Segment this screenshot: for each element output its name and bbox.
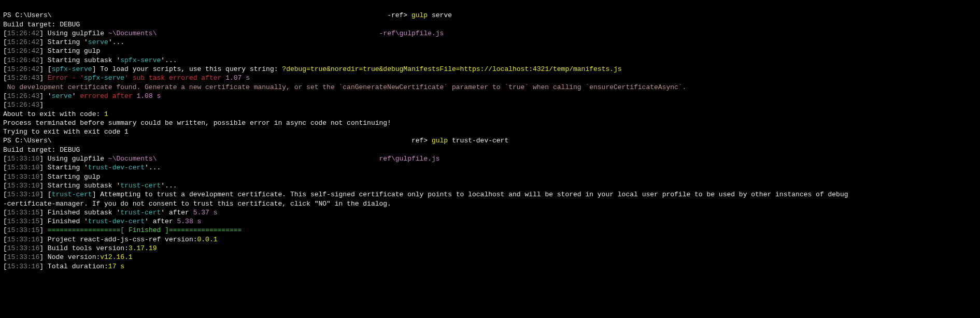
terminal-line: [15:33:10] Starting gulp	[3, 172, 977, 181]
terminal-segment: [	[3, 218, 7, 225]
terminal-segment: ] Total duration:	[39, 263, 108, 270]
terminal-segment: Build target: DEBUG	[3, 21, 80, 28]
terminal-segment: spfx-serve	[120, 56, 161, 64]
terminal-segment: [	[3, 38, 7, 46]
terminal-segment: '...	[108, 38, 124, 46]
terminal-segment: [	[3, 30, 7, 37]
terminal-segment: Finished	[129, 226, 161, 234]
terminal-line: No development certificate found. Genera…	[3, 83, 977, 92]
terminal-line: [15:33:15] Finished subtask 'trust-cert'…	[3, 208, 977, 217]
terminal-segment: ==================[	[48, 226, 129, 234]
terminal-line: [15:26:43]	[3, 100, 977, 109]
terminal-segment: -ref>	[387, 11, 411, 19]
terminal-segment: ~\Documents\	[108, 155, 157, 163]
terminal-segment: 15:26:42	[7, 56, 39, 64]
terminal-line: [15:26:42] Starting gulp	[3, 47, 977, 55]
terminal-line: [15:33:16] Node version:v12.16.1	[3, 253, 977, 262]
terminal-segment: trust-cert	[120, 209, 161, 216]
terminal-segment: -ref\gulpfile.js	[379, 30, 444, 37]
terminal-segment: 15:26:43	[7, 74, 39, 82]
terminal-segment: PS C:\Users\	[3, 137, 52, 144]
terminal-segment: 15:33:16	[7, 244, 39, 252]
terminal-line: [15:33:15] ==================[ Finished …	[3, 226, 977, 235]
terminal-segment: ' sub task errored after	[124, 74, 225, 82]
terminal-segment: trust-dev-cert	[88, 164, 145, 171]
terminal-segment	[157, 30, 379, 37]
terminal-segment: 15:33:10	[7, 164, 39, 171]
terminal-segment: 15:33:10	[7, 191, 39, 198]
terminal-segment: ] Finished '	[39, 218, 88, 225]
terminal-line: About to exit with code: 1	[3, 110, 977, 119]
terminal-line: PS C:\Users\ -ref> gulp serve	[3, 11, 977, 20]
terminal-segment: ~\Documents\	[108, 30, 157, 37]
terminal-segment: '...	[145, 164, 161, 171]
terminal-segment: gulp	[411, 11, 428, 19]
terminal-segment: 15:33:15	[7, 218, 39, 225]
terminal-segment: serve	[428, 11, 452, 19]
terminal-segment: 15:26:43	[7, 92, 39, 100]
terminal-segment: ]	[39, 226, 48, 234]
terminal-segment: 15:33:15	[7, 226, 39, 234]
terminal-segment: 17 s	[108, 263, 124, 270]
terminal-segment: 5.37 s	[193, 209, 218, 216]
terminal-segment: errored after	[80, 92, 132, 100]
terminal-segment: PS C:\Users\	[3, 11, 52, 19]
terminal-segment: ] Project react-add-js-css-ref version:	[39, 236, 197, 243]
terminal-segment: Trying to exit with exit code 1	[3, 128, 129, 136]
terminal-segment: [	[3, 92, 7, 100]
terminal-segment: trust-dev-cert	[448, 137, 508, 144]
terminal-segment: ] Starting subtask '	[39, 56, 120, 64]
terminal-segment: 1.08 s	[137, 92, 161, 100]
terminal-segment: [	[3, 244, 7, 252]
terminal-segment: [	[3, 173, 7, 181]
terminal-segment: '	[72, 92, 80, 100]
terminal-segment: 0.0.1	[197, 236, 217, 243]
terminal-segment	[52, 137, 411, 144]
terminal-segment: ]	[39, 101, 44, 109]
terminal-line: [15:33:16] Project react-add-js-css-ref …	[3, 235, 977, 244]
terminal-segment: ] Starting gulp	[39, 47, 100, 55]
terminal-segment: [	[3, 74, 7, 82]
terminal-segment: [	[3, 253, 7, 261]
terminal-segment: spfx-serve	[84, 74, 124, 82]
terminal-segment: ] Node version:	[39, 253, 100, 261]
terminal-segment: 15:33:16	[7, 263, 39, 270]
terminal-line: [15:33:16] Build tools version:3.17.19	[3, 244, 977, 253]
terminal-segment: ] Starting '	[39, 38, 88, 46]
terminal-segment: ' after	[161, 209, 193, 216]
terminal-segment: [	[3, 182, 7, 190]
terminal-segment	[157, 155, 379, 163]
terminal-segment: ]==================	[161, 226, 242, 234]
terminal-segment: Build target: DEBUG	[3, 146, 80, 154]
terminal-segment: -certificate-manager. If you do not cons…	[3, 200, 391, 208]
terminal-segment: ] Finished subtask '	[39, 209, 120, 216]
terminal-segment: '...	[161, 56, 177, 64]
terminal-segment: [	[3, 155, 7, 163]
terminal-segment: 15:26:42	[7, 38, 39, 46]
terminal-segment: ] [	[39, 191, 51, 198]
terminal-segment: Process terminated before summary could …	[3, 119, 391, 127]
terminal-segment: [	[3, 263, 7, 270]
terminal-line: [15:26:42] Starting 'serve'...	[3, 38, 977, 47]
terminal-segment: [	[3, 101, 7, 109]
terminal-line: [15:33:15] Finished 'trust-dev-cert' aft…	[3, 217, 977, 226]
terminal-segment: ' after	[145, 218, 177, 225]
terminal-segment: ] Using gulpfile	[39, 30, 108, 37]
terminal-segment	[52, 11, 388, 19]
terminal-segment: gulp	[432, 137, 448, 144]
terminal-segment: 15:26:42	[7, 47, 39, 55]
terminal-segment: 1.07 s	[225, 74, 250, 82]
terminal-output[interactable]: PS C:\Users\ -ref> gulp serveBuild targe…	[3, 11, 977, 271]
terminal-segment: ] Starting gulp	[39, 173, 100, 181]
terminal-line: [15:26:42] Using gulpfile ~\Documents\ -…	[3, 29, 977, 38]
terminal-segment: ]	[39, 74, 48, 82]
terminal-segment: [	[3, 226, 7, 234]
terminal-segment: [	[3, 191, 7, 198]
terminal-segment: 3.17.19	[129, 244, 157, 252]
terminal-segment: 5.38 s	[177, 218, 202, 225]
terminal-line: [15:26:43] 'serve' errored after 1.08 s	[3, 92, 977, 100]
terminal-segment: 15:33:10	[7, 155, 39, 163]
terminal-segment: 15:33:16	[7, 236, 39, 243]
terminal-segment: ] Attempting to trust a development cert…	[92, 191, 848, 198]
terminal-segment: ] [	[39, 65, 51, 73]
